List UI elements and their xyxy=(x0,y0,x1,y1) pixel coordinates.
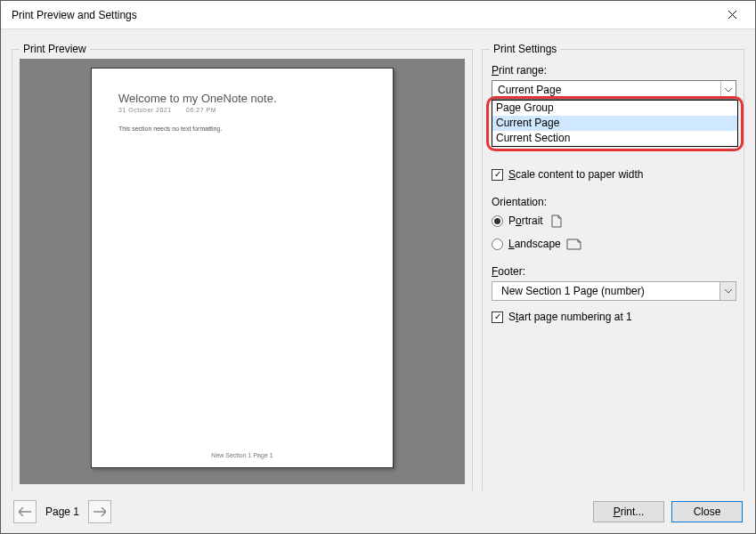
preview-page-time: 06:27 PM xyxy=(186,107,216,113)
preview-page-footer: New Section 1 Page 1 xyxy=(92,452,393,458)
preview-canvas: Welcome to my OneNote note. 31 October 2… xyxy=(20,59,465,484)
scale-content-label: Scale content to paper width xyxy=(508,168,643,181)
chevron-down-icon xyxy=(725,88,732,93)
portrait-icon xyxy=(549,214,565,228)
orientation-portrait-radio[interactable] xyxy=(492,215,503,227)
print-range-dropdown-button[interactable] xyxy=(720,81,736,99)
preview-page-date: 31 October 2021 xyxy=(118,107,172,113)
footer-dropdown-button[interactable] xyxy=(719,282,736,300)
window-title: Print Preview and Settings xyxy=(12,9,716,21)
orientation-landscape-label: Landscape xyxy=(508,238,561,250)
orientation-landscape-radio[interactable] xyxy=(492,239,503,250)
print-range-combo[interactable]: Current Page Page Group Current Page Cur… xyxy=(492,80,736,100)
print-settings-legend: Print Settings xyxy=(490,43,560,55)
close-button[interactable]: Close xyxy=(671,501,743,522)
print-range-value: Current Page xyxy=(492,84,720,96)
footer-value: New Section 1 Page (number) xyxy=(492,285,719,297)
scale-content-checkbox[interactable] xyxy=(492,169,503,181)
print-preview-dialog: Print Preview and Settings Print Preview… xyxy=(0,0,756,534)
preview-page: Welcome to my OneNote note. 31 October 2… xyxy=(91,68,394,468)
arrow-left-icon xyxy=(19,507,31,516)
print-settings-group: Print Settings Print range: Current Page… xyxy=(482,49,744,494)
footer-label: Footer: xyxy=(492,265,735,278)
print-range-option-page-group[interactable]: Page Group xyxy=(492,101,737,116)
chevron-down-icon xyxy=(725,289,732,294)
preview-page-body: This section needs no text formatting. xyxy=(118,125,366,132)
orientation-label: Orientation: xyxy=(492,196,735,208)
dialog-body: Print Preview Welcome to my OneNote note… xyxy=(1,29,755,533)
orientation-portrait-label: Portrait xyxy=(508,214,543,227)
page-indicator: Page 1 xyxy=(45,506,79,518)
preview-page-meta: 31 October 2021 06:27 PM xyxy=(118,107,366,113)
print-range-label: Print range: xyxy=(492,64,735,77)
settings-inner: Print range: Current Page Page Group Cur… xyxy=(492,64,735,326)
print-range-dropdown-list: Page Group Current Page Current Section xyxy=(492,100,738,147)
titlebar: Print Preview and Settings xyxy=(1,1,755,29)
start-numbering-label: Start page numbering at 1 xyxy=(508,311,632,323)
print-range-option-current-page[interactable]: Current Page xyxy=(492,116,737,131)
start-numbering-row[interactable]: Start page numbering at 1 xyxy=(492,308,735,326)
scale-content-row[interactable]: Scale content to paper width xyxy=(492,166,735,183)
next-page-button[interactable] xyxy=(88,500,111,523)
orientation-landscape-row[interactable]: Landscape xyxy=(492,235,735,253)
bottom-bar: Page 1 Print... Close xyxy=(1,490,755,533)
prev-page-button[interactable] xyxy=(13,500,37,523)
preview-page-title: Welcome to my OneNote note. xyxy=(118,92,366,105)
landscape-icon xyxy=(566,239,582,250)
print-preview-legend: Print Preview xyxy=(20,43,90,55)
close-window-button[interactable] xyxy=(716,3,748,28)
footer-select[interactable]: New Section 1 Page (number) xyxy=(492,281,736,301)
arrow-right-icon xyxy=(93,507,106,516)
orientation-portrait-row[interactable]: Portrait xyxy=(492,212,735,230)
start-numbering-checkbox[interactable] xyxy=(492,312,503,323)
close-icon xyxy=(728,10,737,20)
print-preview-group: Print Preview Welcome to my OneNote note… xyxy=(12,49,473,494)
print-range-option-current-section[interactable]: Current Section xyxy=(492,131,737,146)
print-button[interactable]: Print... xyxy=(593,501,664,522)
